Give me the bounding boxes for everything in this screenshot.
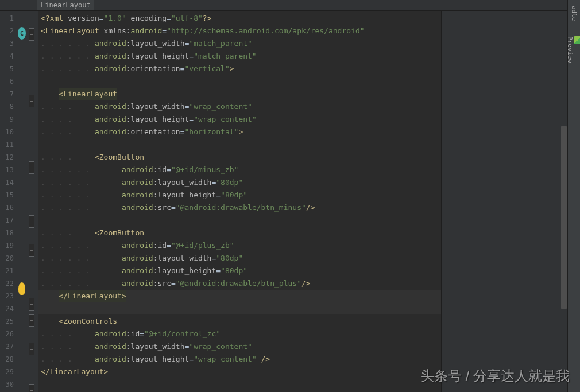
fold-toggle[interactable] [29, 161, 34, 174]
gutter-icons: C [17, 11, 28, 392]
scroll-thumb[interactable] [561, 126, 567, 309]
scrollbar[interactable] [560, 22, 567, 392]
fold-toggle[interactable] [29, 28, 34, 41]
fold-column [28, 11, 38, 392]
fold-toggle[interactable] [29, 215, 34, 228]
breadcrumb-item[interactable]: LinearLayout [37, 0, 94, 10]
gutter: 1234567891011121314151617181920212223242… [0, 11, 38, 392]
preview-panel [441, 11, 567, 392]
fold-toggle[interactable] [29, 95, 34, 107]
editor-main: LinearLayout 123456789101112131415161718… [0, 0, 567, 392]
gradle-tab[interactable]: adle [569, 1, 579, 26]
fold-toggle[interactable] [29, 314, 34, 327]
fold-toggle[interactable] [29, 298, 34, 311]
fold-toggle[interactable] [29, 343, 34, 355]
right-tool-strip: adle Preview [567, 0, 580, 392]
bulb-icon[interactable] [18, 282, 25, 295]
editor-area[interactable]: 1234567891011121314151617181920212223242… [0, 11, 567, 392]
fold-toggle[interactable] [29, 244, 34, 257]
line-numbers: 1234567891011121314151617181920212223242… [0, 11, 17, 392]
breadcrumb[interactable]: LinearLayout [0, 0, 567, 11]
preview-icon [574, 36, 580, 44]
code-area[interactable]: <?xml version="1.0" encoding="utf-8"?> <… [38, 11, 441, 392]
fold-toggle[interactable] [29, 384, 34, 392]
class-icon[interactable]: C [18, 27, 26, 40]
